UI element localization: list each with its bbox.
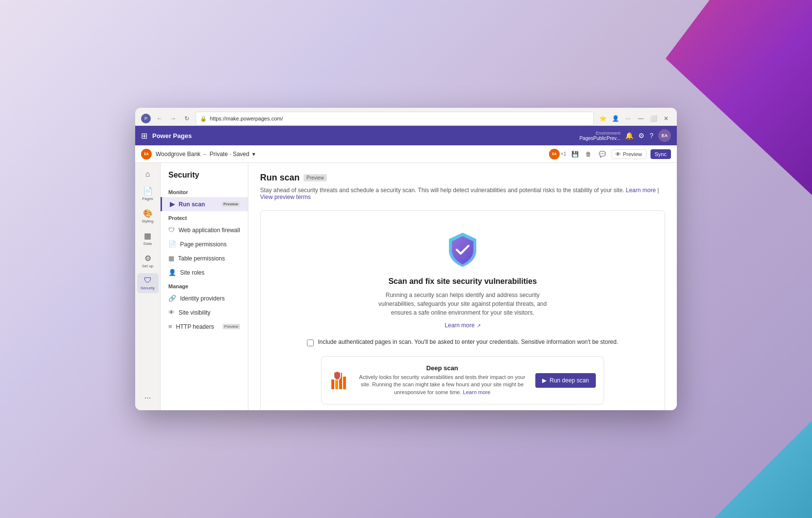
checkbox-label: Include authenticated pages in scan. You… <box>318 339 618 345</box>
table-permissions-icon: ▦ <box>168 255 174 262</box>
data-icon: ▦ <box>144 231 151 240</box>
sidebar-item-table-permissions[interactable]: ▦ Table permissions <box>161 251 248 265</box>
browser-profile[interactable]: P <box>141 114 151 123</box>
sidebar-title: Security <box>161 169 248 185</box>
sidebar-item-identity-providers[interactable]: 🔗 Identity providers <box>161 291 248 305</box>
sub-header-avatar: EA <box>141 149 152 159</box>
sidebar-item-site-visibility[interactable]: 👁 Site visibility <box>161 305 248 319</box>
restore-button[interactable]: ⬜ <box>649 114 658 123</box>
sidebar-item-page-permissions[interactable]: 📄 Page permissions <box>161 237 248 251</box>
page-title: Run scan <box>260 173 300 183</box>
waf-icon: 🛡 <box>168 226 175 234</box>
content-subtitle: Stay ahead of security threats and sched… <box>260 187 665 200</box>
side-rail: ⌂ 📄 Pages 🎨 Styling ▦ Data ⚙ Set up 🛡 Se… <box>135 163 161 410</box>
page-permissions-label: Page permissions <box>180 241 226 248</box>
run-deep-scan-button[interactable]: ▶ Run deep scan <box>535 373 596 388</box>
back-button[interactable]: ← <box>155 114 164 123</box>
styling-icon: 🎨 <box>143 209 153 218</box>
scan-card: Scan and fix site security vulnerabiliti… <box>260 210 665 410</box>
site-visibility-label: Site visibility <box>179 309 210 316</box>
address-bar[interactable]: 🔒 https://make.powerpages.com/ <box>196 112 594 125</box>
delete-button[interactable]: 🗑 <box>584 149 593 159</box>
site-visibility-icon: 👁 <box>168 309 175 316</box>
http-headers-icon: ≡ <box>168 323 172 330</box>
chevron-down-icon: ▾ <box>252 151 255 158</box>
sidebar-item-http-headers[interactable]: ≡ HTTP headers Preview <box>161 319 248 334</box>
help-button[interactable]: ? <box>650 132 653 139</box>
rail-item-setup[interactable]: ⚙ Set up <box>137 251 159 271</box>
sidebar-nav: Security Monitor ▶ Run scan Preview Prot… <box>161 163 248 410</box>
content-area: Run scan Preview Stay ahead of security … <box>248 163 677 410</box>
browser-controls: P <box>141 114 151 123</box>
forward-button[interactable]: → <box>168 114 178 123</box>
run-scan-label: Run scan <box>179 201 205 208</box>
checkbox-area: Include authenticated pages in scan. You… <box>307 339 618 346</box>
sub-header-actions: EA +1 💾 🗑 💬 👁 Preview Sync <box>549 149 671 159</box>
comment-button[interactable]: 💬 <box>597 149 607 159</box>
header-right: Environment PagesPublicPrev... 🔔 ⚙ ? EA <box>579 129 671 142</box>
sidebar-item-waf[interactable]: 🛡 Web application firewall <box>161 223 248 237</box>
http-headers-preview-badge: Preview <box>223 324 240 329</box>
user-avatar[interactable]: EA <box>658 129 671 142</box>
app-header: ⊞ Power Pages Environment PagesPublicPre… <box>135 126 677 145</box>
rail-item-styling[interactable]: 🎨 Styling <box>137 206 159 226</box>
identity-providers-icon: 🔗 <box>168 295 176 302</box>
deep-scan-card: Deep scan Actively looks for security vu… <box>321 356 604 404</box>
run-scan-icon: ▶ <box>170 200 175 208</box>
browser-window: P ← → ↻ 🔒 https://make.powerpages.com/ ⭐… <box>135 108 677 410</box>
rail-item-pages[interactable]: 📄 Pages <box>137 183 159 204</box>
table-permissions-label: Table permissions <box>178 255 225 262</box>
sidebar-item-site-roles[interactable]: 👤 Site roles <box>161 265 248 279</box>
scan-card-description: Running a security scan helps identify a… <box>375 291 550 317</box>
svg-rect-0 <box>331 379 334 389</box>
collaborator-count: +1 <box>561 151 566 157</box>
deep-scan-learn-more-link[interactable]: Learn more <box>463 389 490 395</box>
site-name: Woodgrove Bank <box>156 151 201 158</box>
refresh-button[interactable]: ↻ <box>182 114 192 123</box>
more-button[interactable]: ··· <box>623 114 633 123</box>
view-terms-link[interactable]: View preview terms <box>260 194 311 200</box>
preview-button[interactable]: 👁 Preview <box>611 149 646 159</box>
site-roles-icon: 👤 <box>168 269 176 276</box>
preview-tag: Preview <box>304 174 327 181</box>
sub-header: EA Woodgrove Bank – Private · Saved ▾ EA… <box>135 145 677 163</box>
rail-item-data[interactable]: ▦ Data <box>137 228 159 249</box>
browser-chrome: P ← → ↻ 🔒 https://make.powerpages.com/ ⭐… <box>135 108 677 126</box>
close-button[interactable]: ✕ <box>661 114 671 123</box>
scan-card-title: Scan and fix site security vulnerabiliti… <box>388 277 537 286</box>
security-icon: 🛡 <box>144 276 152 285</box>
settings-button[interactable]: ⚙ <box>638 132 645 139</box>
setup-icon: ⚙ <box>144 254 151 263</box>
external-link-icon: ↗ <box>477 323 481 328</box>
collaborator-avatar: EA <box>549 149 560 159</box>
protect-section-label: Protect <box>161 211 248 223</box>
minimize-button[interactable]: — <box>636 114 646 123</box>
manage-section-label: Manage <box>161 279 248 291</box>
run-icon: ▶ <box>542 377 547 384</box>
preview-icon: 👁 <box>615 151 621 157</box>
authenticated-pages-checkbox[interactable] <box>307 339 314 346</box>
svg-rect-3 <box>343 377 346 389</box>
site-selector[interactable]: Woodgrove Bank – Private · Saved ▾ <box>156 151 255 158</box>
rail-more-button[interactable]: ··· <box>144 394 151 406</box>
http-headers-label: HTTP headers <box>176 323 214 330</box>
run-scan-preview-badge: Preview <box>222 201 240 207</box>
save-button[interactable]: 💾 <box>570 149 580 159</box>
rail-item-security[interactable]: 🛡 Security <box>137 273 159 293</box>
deep-scan-icon <box>329 369 349 392</box>
content-header: Run scan Preview <box>260 173 665 183</box>
scan-card-learn-more-link[interactable]: Learn more ↗ <box>445 322 480 329</box>
extensions-button[interactable]: ⭐ <box>598 114 608 123</box>
profiles-button[interactable]: 👤 <box>610 114 620 123</box>
learn-more-link[interactable]: Learn more <box>626 187 656 194</box>
rail-item-home[interactable]: ⌂ <box>137 167 159 181</box>
browser-action-buttons: ⭐ 👤 ··· — ⬜ ✕ <box>598 114 671 123</box>
sidebar-item-run-scan[interactable]: ▶ Run scan Preview <box>161 197 248 211</box>
sync-button[interactable]: Sync <box>650 149 671 159</box>
main-layout: ⌂ 📄 Pages 🎨 Styling ▦ Data ⚙ Set up 🛡 Se… <box>135 163 677 410</box>
monitor-section-label: Monitor <box>161 185 248 197</box>
notifications-button[interactable]: 🔔 <box>625 132 633 139</box>
site-status: Private · Saved <box>210 151 249 158</box>
environment-info: Environment PagesPublicPrev... <box>579 131 620 141</box>
grid-icon[interactable]: ⊞ <box>141 131 147 140</box>
